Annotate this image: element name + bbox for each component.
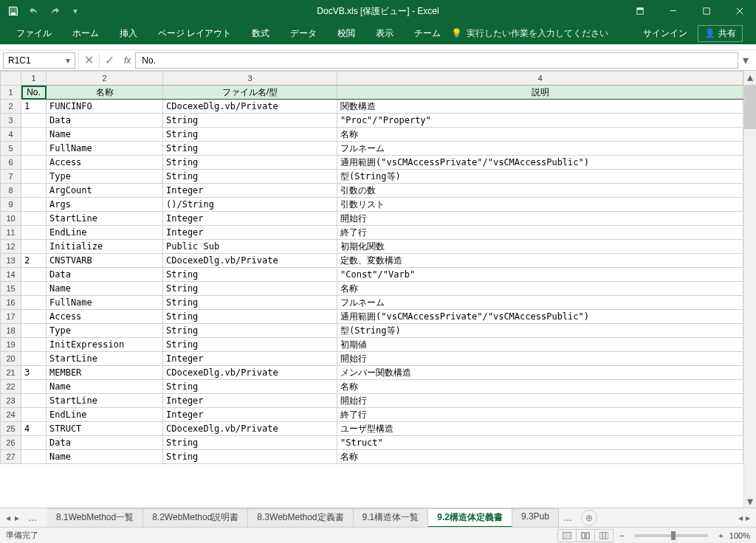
ribbon-tab-review[interactable]: 校閲 <box>327 22 365 44</box>
cell[interactable]: 名称 <box>337 450 743 464</box>
share-button[interactable]: 👤 共有 <box>698 25 743 42</box>
cell[interactable]: MEMBER <box>47 366 163 380</box>
row-header[interactable]: 3 <box>1 114 21 128</box>
cell[interactable]: フルネーム <box>337 142 743 156</box>
row-header[interactable]: 16 <box>1 296 21 310</box>
cell[interactable]: 2 <box>21 254 47 268</box>
row-header[interactable]: 9 <box>1 198 21 212</box>
tab-nav-prev-icon[interactable]: ▸ <box>15 513 19 523</box>
cell[interactable] <box>21 380 47 394</box>
column-header[interactable]: 2 <box>47 72 163 86</box>
cell[interactable] <box>21 114 47 128</box>
tell-me-search[interactable]: 💡 実行したい作業を入力してください <box>451 27 608 40</box>
name-box[interactable]: R1C1 ▾ <box>3 52 75 69</box>
cancel-formula-icon[interactable]: ✕ <box>78 52 99 69</box>
cell[interactable]: String <box>163 170 337 184</box>
cell[interactable]: CNSTVARB <box>47 254 163 268</box>
row-header[interactable]: 18 <box>1 324 21 338</box>
cell[interactable]: 引数リスト <box>337 198 743 212</box>
cell[interactable]: 初期化関数 <box>337 240 743 254</box>
table-header-cell[interactable]: 名称 <box>47 86 163 100</box>
cell[interactable]: STRUCT <box>47 422 163 436</box>
cell[interactable]: String <box>163 156 337 170</box>
cell[interactable]: 引数の数 <box>337 184 743 198</box>
cell[interactable]: Args <box>47 198 163 212</box>
row-header[interactable]: 14 <box>1 268 21 282</box>
cell[interactable]: String <box>163 282 337 296</box>
ribbon-tab-pagelayout[interactable]: ページ レイアウト <box>148 22 241 44</box>
cell[interactable]: String <box>163 268 337 282</box>
cell[interactable]: ()/String <box>163 198 337 212</box>
cell[interactable]: FullName <box>47 142 163 156</box>
zoom-in-button[interactable]: + <box>718 531 723 540</box>
sheet-tab[interactable]: 8.3WebMethod定義書 <box>247 508 353 528</box>
cell[interactable]: 開始行 <box>337 352 743 366</box>
minimize-button[interactable] <box>656 0 690 22</box>
row-header[interactable]: 12 <box>1 240 21 254</box>
cell[interactable] <box>21 268 47 282</box>
vertical-scrollbar[interactable]: ▴ ▾ <box>743 71 756 508</box>
column-header[interactable]: 4 <box>337 72 743 86</box>
cell[interactable]: 1 <box>21 100 47 114</box>
row-header[interactable]: 11 <box>1 226 21 240</box>
view-normal-icon[interactable] <box>557 529 577 542</box>
undo-icon[interactable] <box>28 5 40 17</box>
scroll-up-icon[interactable]: ▴ <box>744 71 756 83</box>
sheet-tab[interactable]: 8.2WebMethod説明書 <box>142 508 248 528</box>
cell[interactable]: 3 <box>21 366 47 380</box>
row-header[interactable]: 20 <box>1 352 21 366</box>
cell[interactable]: CDocexeDlg.vb/Private <box>163 366 337 380</box>
cell[interactable]: EndLine <box>47 408 163 422</box>
cell[interactable] <box>21 436 47 450</box>
row-header[interactable]: 26 <box>1 436 21 450</box>
cell[interactable]: 名称 <box>337 380 743 394</box>
cell[interactable]: Integer <box>163 352 337 366</box>
add-sheet-button[interactable]: ⊕ <box>581 510 597 526</box>
cell[interactable]: 開始行 <box>337 394 743 408</box>
select-all-cell[interactable] <box>1 72 21 86</box>
ribbon-tab-data[interactable]: データ <box>280 22 327 44</box>
sheet-tab[interactable]: 9.2構造体定義書 <box>427 508 512 528</box>
scrollbar-thumb[interactable] <box>744 85 756 129</box>
cell[interactable]: CDocexeDlg.vb/Private <box>163 422 337 436</box>
cell[interactable]: Access <box>47 156 163 170</box>
ribbon-tab-insert[interactable]: 挿入 <box>109 22 148 44</box>
cell[interactable]: String <box>163 310 337 324</box>
cell[interactable]: StartLine <box>47 352 163 366</box>
cell[interactable] <box>21 394 47 408</box>
row-header[interactable]: 13 <box>1 254 21 268</box>
cell[interactable] <box>21 142 47 156</box>
cell[interactable]: Integer <box>163 184 337 198</box>
redo-icon[interactable] <box>49 5 61 17</box>
cell[interactable]: Integer <box>163 394 337 408</box>
cell[interactable]: Data <box>47 268 163 282</box>
zoom-out-button[interactable]: − <box>619 531 624 540</box>
tabs-overflow-left[interactable]: … <box>24 513 41 523</box>
cell[interactable]: Name <box>47 282 163 296</box>
cell[interactable]: Type <box>47 324 163 338</box>
row-header[interactable]: 7 <box>1 170 21 184</box>
cell[interactable] <box>21 184 47 198</box>
cell[interactable]: String <box>163 296 337 310</box>
hscroll-right-icon[interactable]: ▸ <box>746 513 750 523</box>
row-header[interactable]: 2 <box>1 100 21 114</box>
ribbon-tab-view[interactable]: 表示 <box>365 22 404 44</box>
cell[interactable]: 初期値 <box>337 338 743 352</box>
cell[interactable]: 関数構造 <box>337 100 743 114</box>
cell[interactable]: 型(String等) <box>337 324 743 338</box>
cell[interactable] <box>21 352 47 366</box>
cell[interactable] <box>21 156 47 170</box>
row-header[interactable]: 22 <box>1 380 21 394</box>
row-header[interactable]: 17 <box>1 310 21 324</box>
cell[interactable]: String <box>163 436 337 450</box>
expand-formula-bar-icon[interactable]: ▾ <box>738 53 753 67</box>
cell[interactable]: EndLine <box>47 226 163 240</box>
cell[interactable]: String <box>163 128 337 142</box>
cell[interactable]: Name <box>47 128 163 142</box>
cell[interactable]: 通用範囲("vsCMAccessPrivate"/"vsCMAccessPubl… <box>337 156 743 170</box>
cell[interactable]: String <box>163 380 337 394</box>
cell[interactable]: Data <box>47 114 163 128</box>
row-header[interactable]: 5 <box>1 142 21 156</box>
cell[interactable]: Integer <box>163 226 337 240</box>
cell[interactable]: Integer <box>163 212 337 226</box>
